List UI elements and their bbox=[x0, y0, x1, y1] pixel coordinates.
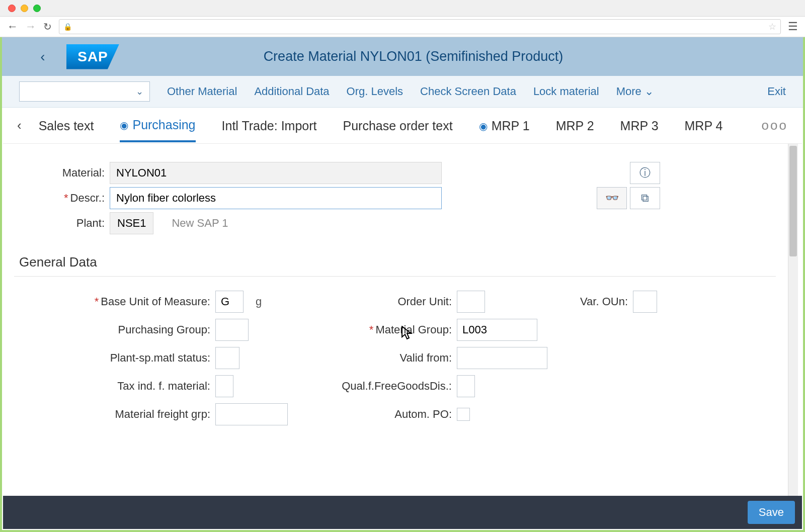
section-general-data-title: General Data bbox=[19, 254, 776, 270]
tab-intl-trade-import[interactable]: Intl Trade: Import bbox=[222, 110, 317, 141]
tab-mrp3[interactable]: MRP 3 bbox=[620, 110, 659, 141]
tab-label: MRP 3 bbox=[620, 119, 659, 133]
view-selector[interactable]: ⌄ bbox=[19, 81, 150, 102]
tab-label: Sales text bbox=[39, 119, 94, 133]
var-oun-label: Var. OUn: bbox=[532, 295, 633, 308]
tab-purchase-order-text[interactable]: Purchase order text bbox=[343, 110, 453, 141]
other-material-link[interactable]: Other Material bbox=[167, 85, 237, 98]
info-icon: ⓘ bbox=[639, 165, 651, 181]
window-zoom-button[interactable] bbox=[33, 5, 41, 12]
menu-icon[interactable]: ☰ bbox=[788, 20, 798, 33]
lock-icon: 🔒 bbox=[63, 23, 72, 31]
purchasing-icon: ◉ bbox=[120, 119, 128, 131]
material-group-label: *Material Group: bbox=[316, 323, 457, 336]
material-freight-grp-label: Material freight grp: bbox=[14, 408, 215, 421]
window-close-button[interactable] bbox=[8, 5, 16, 12]
check-screen-data-link[interactable]: Check Screen Data bbox=[420, 85, 516, 98]
tabs-scroll-left-icon[interactable]: ‹ bbox=[17, 118, 22, 133]
base-uom-label: *Base Unit of Measure: bbox=[14, 295, 215, 308]
valid-from-field[interactable] bbox=[457, 347, 547, 369]
tab-mrp4[interactable]: MRP 4 bbox=[685, 110, 723, 141]
tab-mrp1[interactable]: ◉ MRP 1 bbox=[479, 110, 530, 141]
tab-label: MRP 2 bbox=[556, 119, 594, 133]
base-uom-field[interactable] bbox=[215, 291, 244, 313]
material-freight-grp-field[interactable] bbox=[215, 403, 288, 425]
material-label: Material: bbox=[14, 166, 110, 180]
window-minimize-button[interactable] bbox=[21, 5, 28, 12]
description-field[interactable] bbox=[110, 187, 442, 209]
glasses-icon: 👓 bbox=[605, 192, 619, 205]
qual-free-goods-field[interactable] bbox=[457, 375, 475, 397]
mrp1-icon: ◉ bbox=[479, 120, 488, 132]
tabs-bar: ‹ Sales text ◉ Purchasing Intl Trade: Im… bbox=[3, 108, 802, 144]
purchasing-group-label: Purchasing Group: bbox=[14, 323, 215, 336]
valid-from-label: Valid from: bbox=[316, 351, 457, 365]
tab-label: Purchasing bbox=[132, 118, 195, 132]
chevron-down-icon: ⌄ bbox=[136, 86, 143, 97]
org-levels-link[interactable]: Org. Levels bbox=[347, 85, 404, 98]
material-group-field[interactable] bbox=[457, 319, 537, 341]
content-area: Material: ⓘ *Descr.: 👓 bbox=[2, 144, 788, 496]
more-menu[interactable]: More bbox=[616, 85, 654, 98]
order-unit-field[interactable] bbox=[457, 291, 485, 313]
plant-description: New SAP 1 bbox=[172, 217, 228, 230]
sap-logo: SAP bbox=[66, 44, 119, 69]
sap-logo-text: SAP bbox=[66, 44, 119, 69]
window-chrome bbox=[0, 0, 805, 17]
section-divider bbox=[14, 276, 776, 277]
tabs-more-icon[interactable]: ooo bbox=[762, 118, 788, 133]
star-icon[interactable]: ☆ bbox=[768, 21, 776, 32]
exit-link[interactable]: Exit bbox=[767, 85, 786, 98]
descr-label: *Descr.: bbox=[14, 192, 110, 205]
status-bar: Save bbox=[3, 496, 802, 529]
reload-icon[interactable]: ↻ bbox=[43, 21, 52, 33]
page-title: Create Material NYLON01 (Semifinished Pr… bbox=[119, 49, 793, 64]
qual-free-goods-label: Qual.f.FreeGoodsDis.: bbox=[316, 380, 457, 393]
save-button[interactable]: Save bbox=[748, 501, 795, 524]
autom-po-label: Autom. PO: bbox=[316, 408, 457, 421]
base-uom-text: g bbox=[244, 295, 262, 308]
url-bar[interactable]: 🔒 ☆ bbox=[59, 19, 781, 34]
var-oun-field[interactable] bbox=[633, 291, 657, 313]
tab-label: Purchase order text bbox=[343, 119, 453, 133]
tab-label: MRP 1 bbox=[492, 119, 530, 133]
plant-code: NSE1 bbox=[110, 212, 153, 234]
copy-icon: ⧉ bbox=[641, 192, 649, 205]
scrollbar-thumb[interactable] bbox=[789, 146, 797, 256]
copy-button[interactable]: ⧉ bbox=[630, 187, 660, 209]
autom-po-checkbox[interactable] bbox=[457, 408, 470, 421]
vertical-scrollbar[interactable] bbox=[788, 144, 798, 496]
order-unit-label: Order Unit: bbox=[316, 295, 457, 308]
back-icon[interactable]: ← bbox=[7, 20, 18, 33]
back-chevron-icon[interactable]: ‹ bbox=[32, 46, 53, 67]
plant-sp-status-field[interactable] bbox=[215, 347, 239, 369]
plant-sp-status-label: Plant-sp.matl status: bbox=[14, 351, 215, 365]
lock-material-link[interactable]: Lock material bbox=[533, 85, 599, 98]
browser-toolbar: ← → ↻ 🔒 ☆ ☰ bbox=[0, 17, 805, 37]
forward-icon[interactable]: → bbox=[25, 20, 36, 33]
info-button[interactable]: ⓘ bbox=[630, 162, 660, 184]
glasses-button: 👓 bbox=[597, 187, 627, 209]
tax-ind-field[interactable] bbox=[215, 375, 233, 397]
material-field[interactable] bbox=[110, 162, 442, 184]
plant-label: Plant: bbox=[14, 217, 110, 230]
secondary-toolbar: ⌄ Other Material Additional Data Org. Le… bbox=[2, 76, 803, 108]
tab-sales-text[interactable]: Sales text bbox=[39, 110, 94, 141]
additional-data-link[interactable]: Additional Data bbox=[254, 85, 329, 98]
tab-mrp2[interactable]: MRP 2 bbox=[556, 110, 594, 141]
purchasing-group-field[interactable] bbox=[215, 319, 249, 341]
tab-purchasing[interactable]: ◉ Purchasing bbox=[120, 109, 195, 142]
tab-label: MRP 4 bbox=[685, 119, 723, 133]
tab-label: Intl Trade: Import bbox=[222, 119, 317, 133]
tax-ind-label: Tax ind. f. material: bbox=[14, 380, 215, 393]
app-header: ‹ SAP Create Material NYLON01 (Semifinis… bbox=[2, 37, 803, 76]
